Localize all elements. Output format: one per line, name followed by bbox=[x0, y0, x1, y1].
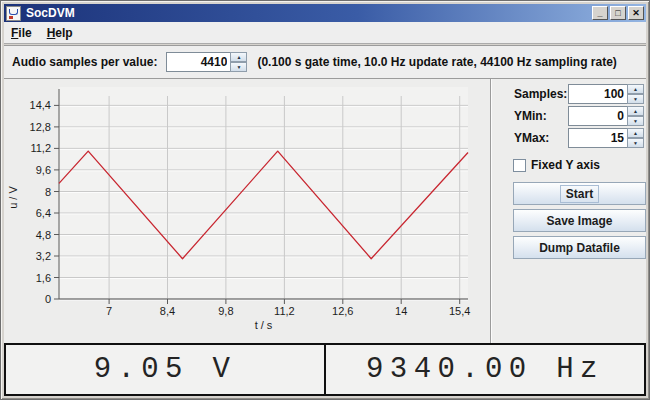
ymin-spinner: ▲▼ bbox=[568, 106, 644, 126]
svg-text:u / V: u / V bbox=[7, 186, 19, 209]
spinner-up-icon[interactable]: ▲ bbox=[230, 52, 247, 62]
menu-help[interactable]: Help bbox=[47, 26, 73, 40]
ymin-input[interactable] bbox=[568, 106, 628, 126]
svg-text:1,6: 1,6 bbox=[36, 272, 51, 284]
svg-text:0: 0 bbox=[45, 293, 51, 305]
ymax-row: YMax:▲▼ bbox=[491, 127, 646, 149]
rate-info-text: (0.100 s gate time, 10.0 Hz update rate,… bbox=[257, 55, 616, 69]
samples-spinner-up-icon[interactable]: ▲ bbox=[627, 84, 644, 94]
svg-text:8: 8 bbox=[45, 186, 51, 198]
samples-input[interactable] bbox=[568, 84, 628, 104]
voltage-readout: 9.05 V bbox=[6, 345, 326, 394]
menu-file[interactable]: File bbox=[11, 26, 32, 40]
ymax-input[interactable] bbox=[568, 128, 628, 148]
svg-text:3,2: 3,2 bbox=[36, 250, 51, 262]
control-panel: Audio samples per value: ▲ ▼ (0.100 s ga… bbox=[4, 45, 646, 79]
samples-per-value-label: Audio samples per value: bbox=[12, 55, 157, 69]
ymax-spinner-down-icon[interactable]: ▼ bbox=[627, 138, 644, 148]
dump-datafile-button[interactable]: Dump Datafile bbox=[513, 236, 646, 259]
svg-text:11,2: 11,2 bbox=[274, 305, 295, 317]
chart-panel: 01,63,24,86,489,611,212,814,478,49,811,2… bbox=[4, 79, 490, 344]
spinner-down-icon[interactable]: ▼ bbox=[230, 62, 247, 72]
svg-text:12,8: 12,8 bbox=[30, 121, 51, 133]
svg-text:12,6: 12,6 bbox=[332, 305, 353, 317]
fixed-y-axis-label: Fixed Y axis bbox=[531, 158, 600, 172]
svg-text:t / s: t / s bbox=[255, 319, 273, 331]
svg-text:8,4: 8,4 bbox=[160, 305, 175, 317]
svg-text:4,8: 4,8 bbox=[36, 229, 51, 241]
checkbox-box[interactable] bbox=[513, 159, 526, 172]
svg-text:11,2: 11,2 bbox=[30, 142, 51, 154]
samples-label: Samples: bbox=[514, 87, 567, 101]
samples-spinner-down-icon[interactable]: ▼ bbox=[627, 94, 644, 104]
svg-text:9,6: 9,6 bbox=[36, 164, 51, 176]
start-button[interactable]: Start bbox=[513, 182, 646, 205]
frequency-readout: 9340.00 Hz bbox=[326, 345, 644, 394]
ymin-spinner-down-icon[interactable]: ▼ bbox=[627, 116, 644, 126]
side-panel: Samples:▲▼YMin:▲▼YMax:▲▼ Fixed Y axis St… bbox=[490, 79, 646, 344]
java-app-icon bbox=[6, 6, 21, 21]
svg-text:14,4: 14,4 bbox=[30, 99, 51, 111]
ymin-spinner-up-icon[interactable]: ▲ bbox=[627, 106, 644, 116]
svg-text:14: 14 bbox=[395, 305, 407, 317]
waveform-chart: 01,63,24,86,489,611,212,814,478,49,811,2… bbox=[4, 79, 490, 344]
ymax-spinner-up-icon[interactable]: ▲ bbox=[627, 128, 644, 138]
fixed-y-axis-checkbox[interactable]: Fixed Y axis bbox=[513, 158, 646, 172]
svg-text:6,4: 6,4 bbox=[36, 207, 51, 219]
titlebar[interactable]: SocDVM _ □ ✕ bbox=[4, 4, 646, 22]
maximize-button[interactable]: □ bbox=[610, 6, 626, 20]
samples-per-value-spinner: ▲ ▼ bbox=[166, 52, 247, 72]
readout-panel: 9.05 V 9340.00 Hz bbox=[4, 343, 646, 396]
ymax-spinner: ▲▼ bbox=[568, 128, 644, 148]
close-button[interactable]: ✕ bbox=[628, 6, 644, 20]
save-image-button[interactable]: Save Image bbox=[513, 209, 646, 232]
main-area: 01,63,24,86,489,611,212,814,478,49,811,2… bbox=[4, 79, 646, 344]
ymin-label: YMin: bbox=[514, 109, 547, 123]
minimize-button[interactable]: _ bbox=[592, 6, 608, 20]
ymin-row: YMin:▲▼ bbox=[491, 105, 646, 127]
window-title: SocDVM bbox=[26, 6, 75, 20]
svg-text:9,8: 9,8 bbox=[218, 305, 233, 317]
svg-text:15,4: 15,4 bbox=[449, 305, 470, 317]
samples-per-value-input[interactable] bbox=[166, 52, 231, 72]
samples-spinner: ▲▼ bbox=[568, 84, 644, 104]
app-window: SocDVM _ □ ✕ FileHelp Audio samples per … bbox=[0, 0, 650, 400]
samples-row: Samples:▲▼ bbox=[491, 83, 646, 105]
svg-text:7: 7 bbox=[106, 305, 112, 317]
ymax-label: YMax: bbox=[514, 131, 549, 145]
menubar: FileHelp bbox=[4, 22, 646, 44]
